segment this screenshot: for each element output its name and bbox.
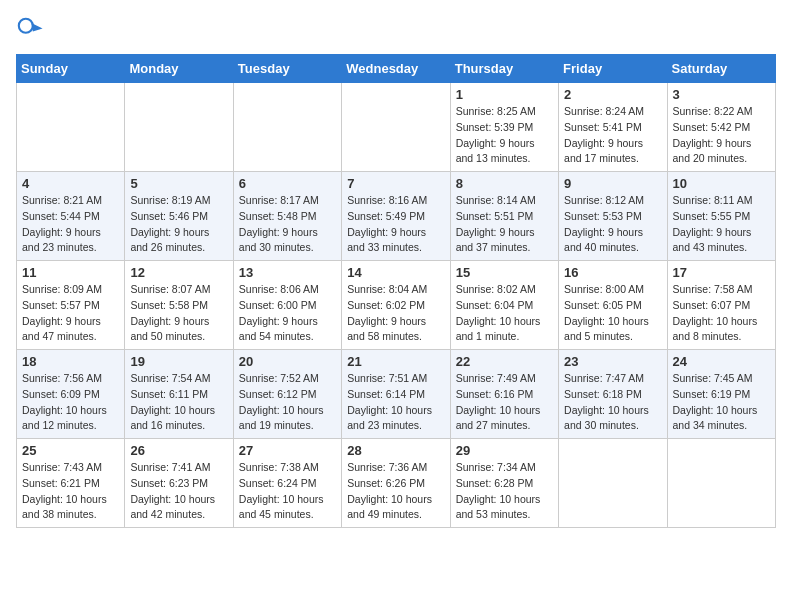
- day-info: Sunrise: 7:36 AM Sunset: 6:26 PM Dayligh…: [347, 460, 444, 523]
- calendar-cell: [342, 83, 450, 172]
- calendar-cell: 14Sunrise: 8:04 AM Sunset: 6:02 PM Dayli…: [342, 261, 450, 350]
- calendar-cell: [17, 83, 125, 172]
- calendar-cell: 12Sunrise: 8:07 AM Sunset: 5:58 PM Dayli…: [125, 261, 233, 350]
- day-number: 3: [673, 87, 770, 102]
- calendar-cell: 24Sunrise: 7:45 AM Sunset: 6:19 PM Dayli…: [667, 350, 775, 439]
- calendar-cell: 7Sunrise: 8:16 AM Sunset: 5:49 PM Daylig…: [342, 172, 450, 261]
- calendar-cell: 2Sunrise: 8:24 AM Sunset: 5:41 PM Daylig…: [559, 83, 667, 172]
- day-info: Sunrise: 8:00 AM Sunset: 6:05 PM Dayligh…: [564, 282, 661, 345]
- weekday-header-monday: Monday: [125, 55, 233, 83]
- day-info: Sunrise: 8:21 AM Sunset: 5:44 PM Dayligh…: [22, 193, 119, 256]
- day-number: 5: [130, 176, 227, 191]
- calendar-cell: 26Sunrise: 7:41 AM Sunset: 6:23 PM Dayli…: [125, 439, 233, 528]
- day-number: 23: [564, 354, 661, 369]
- day-info: Sunrise: 8:24 AM Sunset: 5:41 PM Dayligh…: [564, 104, 661, 167]
- day-number: 12: [130, 265, 227, 280]
- calendar-cell: [559, 439, 667, 528]
- day-info: Sunrise: 8:06 AM Sunset: 6:00 PM Dayligh…: [239, 282, 336, 345]
- day-info: Sunrise: 8:07 AM Sunset: 5:58 PM Dayligh…: [130, 282, 227, 345]
- day-info: Sunrise: 7:41 AM Sunset: 6:23 PM Dayligh…: [130, 460, 227, 523]
- day-info: Sunrise: 7:45 AM Sunset: 6:19 PM Dayligh…: [673, 371, 770, 434]
- day-number: 18: [22, 354, 119, 369]
- day-info: Sunrise: 8:22 AM Sunset: 5:42 PM Dayligh…: [673, 104, 770, 167]
- day-info: Sunrise: 8:12 AM Sunset: 5:53 PM Dayligh…: [564, 193, 661, 256]
- calendar-cell: 21Sunrise: 7:51 AM Sunset: 6:14 PM Dayli…: [342, 350, 450, 439]
- day-number: 17: [673, 265, 770, 280]
- day-info: Sunrise: 8:14 AM Sunset: 5:51 PM Dayligh…: [456, 193, 553, 256]
- calendar-cell: 22Sunrise: 7:49 AM Sunset: 6:16 PM Dayli…: [450, 350, 558, 439]
- day-info: Sunrise: 8:19 AM Sunset: 5:46 PM Dayligh…: [130, 193, 227, 256]
- weekday-header-saturday: Saturday: [667, 55, 775, 83]
- weekday-header-tuesday: Tuesday: [233, 55, 341, 83]
- day-number: 14: [347, 265, 444, 280]
- day-info: Sunrise: 8:11 AM Sunset: 5:55 PM Dayligh…: [673, 193, 770, 256]
- calendar-cell: 1Sunrise: 8:25 AM Sunset: 5:39 PM Daylig…: [450, 83, 558, 172]
- day-number: 16: [564, 265, 661, 280]
- header: [16, 16, 776, 44]
- day-number: 11: [22, 265, 119, 280]
- day-number: 9: [564, 176, 661, 191]
- day-number: 19: [130, 354, 227, 369]
- day-number: 8: [456, 176, 553, 191]
- calendar-cell: 16Sunrise: 8:00 AM Sunset: 6:05 PM Dayli…: [559, 261, 667, 350]
- day-number: 6: [239, 176, 336, 191]
- day-number: 2: [564, 87, 661, 102]
- day-info: Sunrise: 8:09 AM Sunset: 5:57 PM Dayligh…: [22, 282, 119, 345]
- calendar-cell: 8Sunrise: 8:14 AM Sunset: 5:51 PM Daylig…: [450, 172, 558, 261]
- calendar-cell: [125, 83, 233, 172]
- calendar-cell: 29Sunrise: 7:34 AM Sunset: 6:28 PM Dayli…: [450, 439, 558, 528]
- calendar-cell: 9Sunrise: 8:12 AM Sunset: 5:53 PM Daylig…: [559, 172, 667, 261]
- calendar-cell: 4Sunrise: 8:21 AM Sunset: 5:44 PM Daylig…: [17, 172, 125, 261]
- day-info: Sunrise: 7:38 AM Sunset: 6:24 PM Dayligh…: [239, 460, 336, 523]
- calendar-table: SundayMondayTuesdayWednesdayThursdayFrid…: [16, 54, 776, 528]
- day-number: 4: [22, 176, 119, 191]
- calendar-cell: 18Sunrise: 7:56 AM Sunset: 6:09 PM Dayli…: [17, 350, 125, 439]
- day-info: Sunrise: 7:54 AM Sunset: 6:11 PM Dayligh…: [130, 371, 227, 434]
- day-number: 7: [347, 176, 444, 191]
- day-info: Sunrise: 7:52 AM Sunset: 6:12 PM Dayligh…: [239, 371, 336, 434]
- calendar-cell: 10Sunrise: 8:11 AM Sunset: 5:55 PM Dayli…: [667, 172, 775, 261]
- calendar-cell: [667, 439, 775, 528]
- day-number: 27: [239, 443, 336, 458]
- svg-marker-1: [31, 23, 42, 31]
- day-number: 13: [239, 265, 336, 280]
- calendar-cell: 27Sunrise: 7:38 AM Sunset: 6:24 PM Dayli…: [233, 439, 341, 528]
- day-info: Sunrise: 7:34 AM Sunset: 6:28 PM Dayligh…: [456, 460, 553, 523]
- weekday-header-thursday: Thursday: [450, 55, 558, 83]
- weekday-header-sunday: Sunday: [17, 55, 125, 83]
- calendar-cell: 3Sunrise: 8:22 AM Sunset: 5:42 PM Daylig…: [667, 83, 775, 172]
- logo-icon: [16, 16, 44, 44]
- day-info: Sunrise: 7:51 AM Sunset: 6:14 PM Dayligh…: [347, 371, 444, 434]
- weekday-header-wednesday: Wednesday: [342, 55, 450, 83]
- weekday-header-friday: Friday: [559, 55, 667, 83]
- day-info: Sunrise: 7:58 AM Sunset: 6:07 PM Dayligh…: [673, 282, 770, 345]
- day-number: 10: [673, 176, 770, 191]
- day-number: 21: [347, 354, 444, 369]
- day-number: 15: [456, 265, 553, 280]
- calendar-cell: 13Sunrise: 8:06 AM Sunset: 6:00 PM Dayli…: [233, 261, 341, 350]
- day-info: Sunrise: 8:25 AM Sunset: 5:39 PM Dayligh…: [456, 104, 553, 167]
- calendar-cell: 11Sunrise: 8:09 AM Sunset: 5:57 PM Dayli…: [17, 261, 125, 350]
- day-number: 26: [130, 443, 227, 458]
- logo: [16, 16, 48, 44]
- day-number: 28: [347, 443, 444, 458]
- day-info: Sunrise: 7:56 AM Sunset: 6:09 PM Dayligh…: [22, 371, 119, 434]
- calendar-cell: [233, 83, 341, 172]
- calendar-cell: 15Sunrise: 8:02 AM Sunset: 6:04 PM Dayli…: [450, 261, 558, 350]
- day-number: 25: [22, 443, 119, 458]
- calendar-cell: 20Sunrise: 7:52 AM Sunset: 6:12 PM Dayli…: [233, 350, 341, 439]
- calendar-cell: 6Sunrise: 8:17 AM Sunset: 5:48 PM Daylig…: [233, 172, 341, 261]
- day-number: 22: [456, 354, 553, 369]
- day-info: Sunrise: 8:17 AM Sunset: 5:48 PM Dayligh…: [239, 193, 336, 256]
- day-info: Sunrise: 8:02 AM Sunset: 6:04 PM Dayligh…: [456, 282, 553, 345]
- day-info: Sunrise: 8:04 AM Sunset: 6:02 PM Dayligh…: [347, 282, 444, 345]
- day-number: 1: [456, 87, 553, 102]
- svg-point-0: [19, 19, 33, 33]
- day-info: Sunrise: 7:43 AM Sunset: 6:21 PM Dayligh…: [22, 460, 119, 523]
- day-number: 24: [673, 354, 770, 369]
- calendar-cell: 28Sunrise: 7:36 AM Sunset: 6:26 PM Dayli…: [342, 439, 450, 528]
- day-info: Sunrise: 7:47 AM Sunset: 6:18 PM Dayligh…: [564, 371, 661, 434]
- calendar-cell: 25Sunrise: 7:43 AM Sunset: 6:21 PM Dayli…: [17, 439, 125, 528]
- calendar-cell: 19Sunrise: 7:54 AM Sunset: 6:11 PM Dayli…: [125, 350, 233, 439]
- calendar-cell: 17Sunrise: 7:58 AM Sunset: 6:07 PM Dayli…: [667, 261, 775, 350]
